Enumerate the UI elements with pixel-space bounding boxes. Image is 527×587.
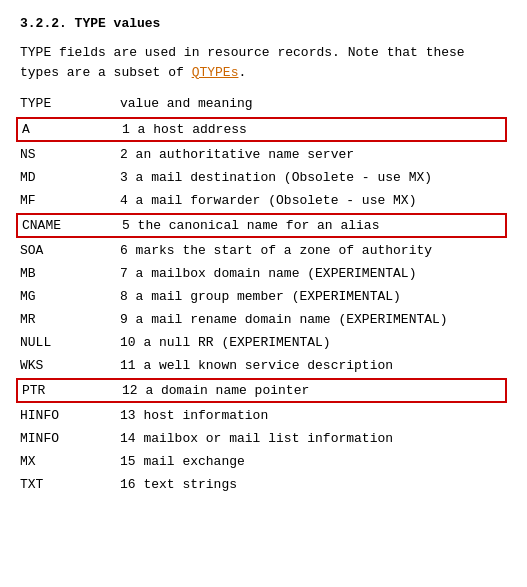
type-cell: CNAME — [22, 218, 122, 233]
table-row: MD 3 a mail destination (Obsolete - use … — [20, 167, 507, 188]
value-cell: 8 a mail group member (EXPERIMENTAL) — [120, 289, 507, 304]
type-cell: MG — [20, 289, 120, 304]
table-row: A 1 a host address — [16, 117, 507, 142]
section-title: 3.2.2. TYPE values — [20, 16, 507, 31]
value-cell: 12 a domain name pointer — [122, 383, 501, 398]
qtypes-highlight: QTYPEs — [192, 65, 239, 80]
value-cell: 3 a mail destination (Obsolete - use MX) — [120, 170, 507, 185]
table-header: TYPE value and meaning — [20, 96, 507, 111]
type-cell: A — [22, 122, 122, 137]
table-row: MG 8 a mail group member (EXPERIMENTAL) — [20, 286, 507, 307]
table-row: WKS 11 a well known service description — [20, 355, 507, 376]
type-cell: MINFO — [20, 431, 120, 446]
type-cell: MB — [20, 266, 120, 281]
value-cell: 13 host information — [120, 408, 507, 423]
type-cell: MD — [20, 170, 120, 185]
table-row: MINFO 14 mailbox or mail list informatio… — [20, 428, 507, 449]
intro-paragraph: TYPE fields are used in resource records… — [20, 43, 507, 82]
type-cell: TXT — [20, 477, 120, 492]
table-row: CNAME 5 the canonical name for an alias — [16, 213, 507, 238]
type-cell: MR — [20, 312, 120, 327]
table-row: PTR 12 a domain name pointer — [16, 378, 507, 403]
page-content: 3.2.2. TYPE values TYPE fields are used … — [20, 16, 507, 495]
table-row: MB 7 a mailbox domain name (EXPERIMENTAL… — [20, 263, 507, 284]
table-row: MR 9 a mail rename domain name (EXPERIME… — [20, 309, 507, 330]
type-cell: PTR — [22, 383, 122, 398]
type-cell: MF — [20, 193, 120, 208]
type-cell: NULL — [20, 335, 120, 350]
value-cell: 4 a mail forwarder (Obsolete - use MX) — [120, 193, 507, 208]
table-row: NULL 10 a null RR (EXPERIMENTAL) — [20, 332, 507, 353]
intro-text-end: . — [238, 65, 246, 80]
type-cell: NS — [20, 147, 120, 162]
value-column-header: value and meaning — [120, 96, 507, 111]
value-cell: 9 a mail rename domain name (EXPERIMENTA… — [120, 312, 507, 327]
table-row: MF 4 a mail forwarder (Obsolete - use MX… — [20, 190, 507, 211]
table-row: SOA 6 marks the start of a zone of autho… — [20, 240, 507, 261]
value-cell: 1 a host address — [122, 122, 501, 137]
value-cell: 10 a null RR (EXPERIMENTAL) — [120, 335, 507, 350]
table-row: MX 15 mail exchange — [20, 451, 507, 472]
value-cell: 5 the canonical name for an alias — [122, 218, 501, 233]
type-cell: HINFO — [20, 408, 120, 423]
type-column-header: TYPE — [20, 96, 120, 111]
value-cell: 14 mailbox or mail list information — [120, 431, 507, 446]
value-cell: 15 mail exchange — [120, 454, 507, 469]
table-row: TXT 16 text strings — [20, 474, 507, 495]
value-cell: 11 a well known service description — [120, 358, 507, 373]
table-row: NS 2 an authoritative name server — [20, 144, 507, 165]
type-cell: MX — [20, 454, 120, 469]
value-cell: 16 text strings — [120, 477, 507, 492]
type-table: TYPE value and meaning A 1 a host addres… — [20, 96, 507, 495]
table-row: HINFO 13 host information — [20, 405, 507, 426]
type-cell: WKS — [20, 358, 120, 373]
value-cell: 7 a mailbox domain name (EXPERIMENTAL) — [120, 266, 507, 281]
type-cell: SOA — [20, 243, 120, 258]
value-cell: 2 an authoritative name server — [120, 147, 507, 162]
value-cell: 6 marks the start of a zone of authority — [120, 243, 507, 258]
